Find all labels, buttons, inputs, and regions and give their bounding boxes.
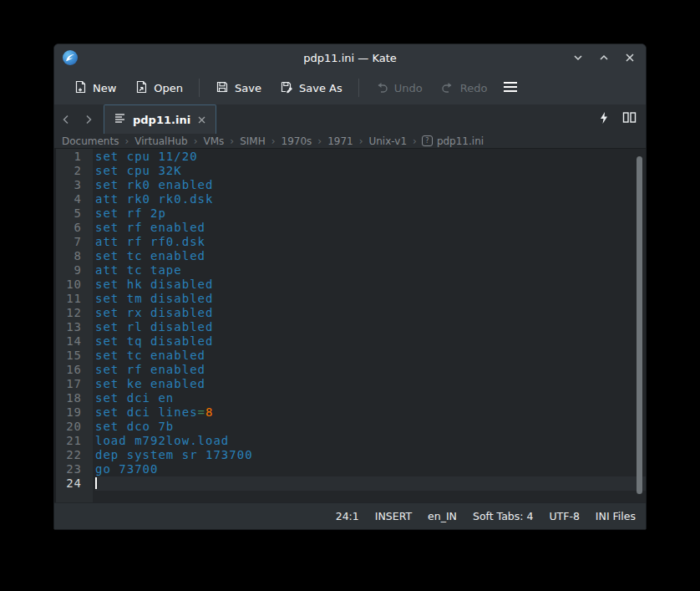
save-as-icon [280,80,293,96]
kate-window: pdp11.ini — Kate [53,43,647,530]
kate-app-icon [62,49,79,66]
tab-pdp11-ini[interactable]: pdp11.ini [104,104,216,134]
code-line[interactable]: set rf enabled [95,221,646,235]
breadcrumb-item[interactable]: 1970s [281,135,313,147]
history-forward-button[interactable] [77,104,99,134]
code-segment: set dci lines [95,405,198,419]
redo-icon [441,80,454,96]
document-icon [114,112,126,128]
breadcrumb-file[interactable]: ? pdp11.ini [422,135,484,147]
vertical-scrollbar[interactable] [637,156,642,494]
line-number: 8 [56,249,93,263]
status-input-mode[interactable]: INSERT [373,508,413,524]
code-segment: set cpu 32K [95,164,182,177]
breadcrumb: Documents›VirtualHub›VMs›SIMH›1970s›1971… [54,134,646,149]
code-line[interactable]: set rf 2p [95,206,646,221]
save-icon [216,80,229,96]
line-number: 17 [56,377,93,391]
breadcrumb-separator: › [266,135,281,147]
code-line[interactable]: set tm disabled [95,292,646,306]
status-tab-mode[interactable]: Soft Tabs: 4 [471,508,535,524]
hamburger-menu-icon [503,81,518,95]
code-segment: dep system sr 173700 [95,448,253,461]
status-encoding[interactable]: UTF-8 [547,508,581,524]
titlebar[interactable]: pdp11.ini — Kate [54,44,646,71]
history-back-button[interactable] [54,104,77,134]
code-line[interactable]: set cpu 32K [95,164,646,178]
code-line[interactable]: set tc enabled [95,349,646,363]
close-button[interactable] [624,52,636,64]
code-line[interactable] [95,476,646,491]
breadcrumb-item[interactable]: VirtualHub [134,135,188,147]
hamburger-menu-button[interactable] [498,76,523,100]
open-document-icon [134,80,148,96]
breadcrumb-separator: › [189,135,203,147]
code-line[interactable]: load m792low.load [95,434,646,448]
code-segment: 8 [205,405,213,419]
code-line[interactable]: go 73700 [95,462,646,476]
code-line[interactable]: att tc tape [95,263,646,278]
code-line[interactable]: set rf enabled [95,363,646,377]
maximize-button[interactable] [598,52,610,64]
code-line[interactable]: set ke enabled [95,377,646,391]
breadcrumb-item[interactable]: Unix-v1 [368,135,408,147]
new-button-label: New [93,82,116,94]
line-number-gutter: 123456789101112131415161718192021222324 [54,149,93,502]
code-line[interactable]: set cpu 11/20 [95,150,646,164]
text-area[interactable]: set cpu 11/20set cpu 32Kset rk0 enableda… [93,149,646,502]
line-number: 24 [56,476,93,491]
code-line[interactable]: set rx disabled [95,306,646,320]
line-number: 1 [56,150,93,164]
new-button[interactable]: New [66,75,124,101]
tab-close-icon[interactable] [197,115,206,125]
main-toolbar: New Open [54,71,646,104]
split-view-icon[interactable] [622,111,637,127]
line-number: 6 [56,221,93,235]
line-number: 9 [56,263,93,278]
code-line[interactable]: att rf rf0.dsk [95,235,646,249]
code-segment: att rk0 rk0.dsk [95,192,213,206]
code-line[interactable]: att rk0 rk0.dsk [95,192,646,206]
undo-icon [375,80,388,96]
open-button[interactable]: Open [127,75,190,101]
line-number: 22 [56,448,93,462]
breadcrumb-item[interactable]: 1971 [327,135,354,147]
breadcrumb-item[interactable]: VMs [203,135,226,147]
code-segment: set rl disabled [95,320,213,334]
code-line[interactable]: set rl disabled [95,320,646,334]
code-line[interactable]: set dci lines=8 [95,405,646,420]
redo-button[interactable]: Redo [434,75,495,101]
undo-button[interactable]: Undo [368,75,430,101]
code-segment: set tc enabled [95,249,205,262]
desktop-background: pdp11.ini — Kate [0,0,700,591]
line-number: 14 [56,334,93,349]
status-cursor-position[interactable]: 24:1 [334,508,361,524]
minimize-button[interactable] [572,52,584,64]
code-segment: set dco 7b [95,420,174,433]
breadcrumb-separator: › [119,135,134,147]
code-line[interactable]: set dco 7b [95,420,646,434]
toolbar-separator [199,79,200,97]
save-button-label: Save [235,82,261,94]
save-as-button[interactable]: Save As [272,75,350,101]
code-line[interactable]: set hk disabled [95,278,646,292]
code-line[interactable]: dep system sr 173700 [95,448,646,462]
code-segment: = [198,405,205,419]
status-dictionary[interactable]: en_IN [426,508,459,524]
code-line[interactable]: set tc enabled [95,249,646,263]
tab-bar: pdp11.ini [54,104,646,134]
code-segment: go 73700 [95,462,158,476]
breadcrumb-item[interactable]: SIMH [239,135,266,147]
code-line[interactable]: set dci en [95,391,646,405]
code-segment: set cpu 11/20 [95,150,198,163]
tab-label: pdp11.ini [133,114,190,126]
editor-view[interactable]: 123456789101112131415161718192021222324 … [54,149,646,502]
code-line[interactable]: set rk0 enabled [95,178,646,192]
code-line[interactable]: set tq disabled [95,334,646,349]
save-button[interactable]: Save [208,75,269,101]
window-title: pdp11.ini — Kate [303,52,397,64]
quick-open-icon[interactable] [599,111,609,128]
status-file-type[interactable]: INI Files [594,508,637,524]
save-as-button-label: Save As [299,82,342,94]
breadcrumb-item[interactable]: Documents [61,135,119,147]
